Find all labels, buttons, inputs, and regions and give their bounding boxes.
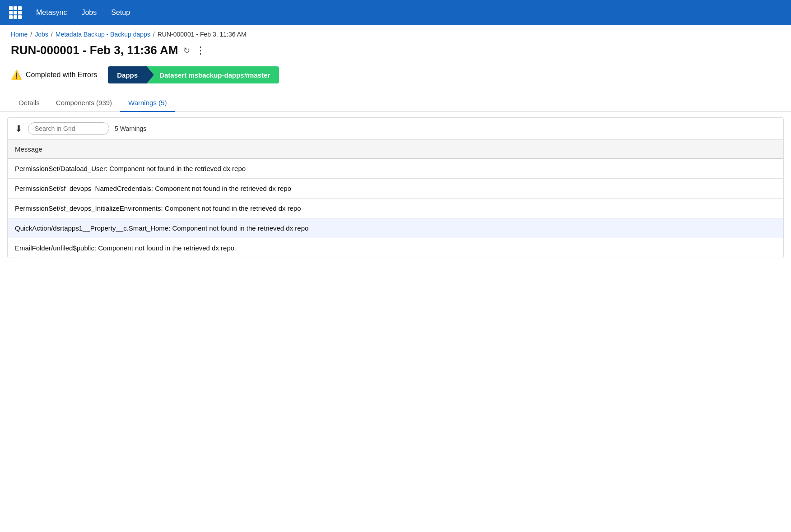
tabs-row: Details Components (939) Warnings (5) (0, 94, 791, 112)
table-row: PermissionSet/sf_devops_NamedCredentials… (8, 179, 783, 199)
breadcrumb-sep-2: / (51, 31, 53, 38)
status-badge: ⚠️ Completed with Errors (11, 69, 97, 80)
app-grid-icon[interactable] (9, 6, 22, 19)
breadcrumb-run: RUN-000001 - Feb 3, 11:36 AM (158, 31, 247, 38)
tab-components[interactable]: Components (939) (48, 94, 120, 112)
search-input[interactable] (28, 122, 109, 135)
breadcrumb: Home / Jobs / Metadata Backup - Backup d… (0, 25, 791, 40)
pipeline: Dapps Datasert msbackup-dapps#master (108, 66, 279, 83)
nav-jobs[interactable]: Jobs (81, 9, 97, 17)
page-title-row: RUN-000001 - Feb 3, 11:36 AM ↻ ⋮ (0, 40, 791, 65)
refresh-icon[interactable]: ↻ (183, 46, 190, 56)
message-cell: PermissionSet/sf_devops_InitializeEnviro… (8, 199, 783, 218)
status-pipeline-row: ⚠️ Completed with Errors Dapps Datasert … (0, 65, 791, 94)
warnings-table: Message PermissionSet/Dataload_User: Com… (8, 140, 783, 258)
breadcrumb-jobs[interactable]: Jobs (35, 31, 48, 38)
table-row: QuickAction/dsrtapps1__Property__c.Smart… (8, 218, 783, 238)
download-icon[interactable]: ⬇ (15, 123, 23, 134)
table-row: EmailFolder/unfiled$public: Component no… (8, 238, 783, 258)
warning-icon: ⚠️ (11, 69, 22, 80)
breadcrumb-sep-1: / (30, 31, 32, 38)
table-row: PermissionSet/sf_devops_InitializeEnviro… (8, 199, 783, 218)
tab-details[interactable]: Details (11, 94, 48, 112)
table-row: PermissionSet/Dataload_User: Component n… (8, 159, 783, 179)
breadcrumb-home[interactable]: Home (11, 31, 28, 38)
nav-metasync[interactable]: Metasync (36, 9, 67, 17)
pipeline-step-dapps: Dapps (108, 66, 147, 83)
message-cell: EmailFolder/unfiled$public: Component no… (8, 238, 783, 258)
message-cell: PermissionSet/sf_devops_NamedCredentials… (8, 179, 783, 199)
message-cell: PermissionSet/Dataload_User: Component n… (8, 159, 783, 179)
breadcrumb-sep-3: / (153, 31, 155, 38)
col-message-header: Message (8, 140, 783, 159)
more-options-icon[interactable]: ⋮ (195, 46, 205, 56)
pipeline-step-datasert: Datasert msbackup-dapps#master (147, 66, 279, 83)
top-nav: Metasync Jobs Setup (0, 0, 791, 25)
grid-container: ⬇ 5 Warnings Message PermissionSet/Datal… (7, 117, 784, 258)
grid-toolbar: ⬇ 5 Warnings (8, 118, 783, 140)
status-text: Completed with Errors (26, 71, 97, 79)
tab-warnings[interactable]: Warnings (5) (120, 94, 175, 112)
nav-setup[interactable]: Setup (111, 9, 130, 17)
message-cell: QuickAction/dsrtapps1__Property__c.Smart… (8, 218, 783, 238)
page-title: RUN-000001 - Feb 3, 11:36 AM (11, 43, 178, 57)
warnings-count: 5 Warnings (115, 125, 146, 132)
breadcrumb-job-name[interactable]: Metadata Backup - Backup dapps (56, 31, 150, 38)
